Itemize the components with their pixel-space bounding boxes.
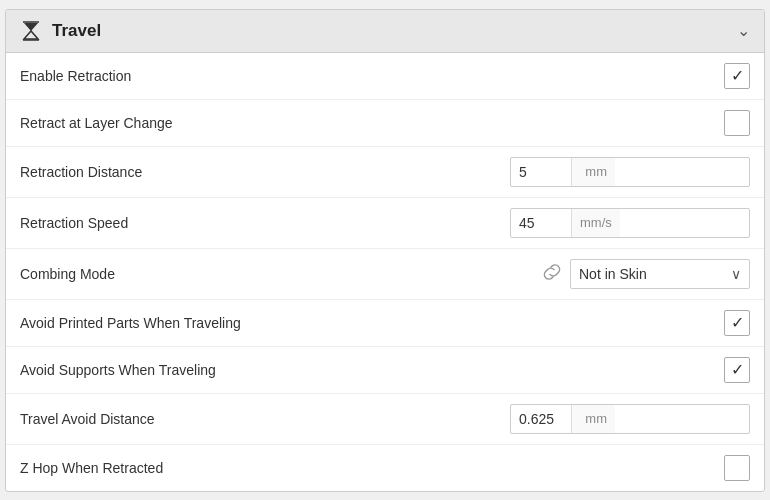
checkmark-enable-retraction: ✓: [731, 68, 744, 84]
label-retraction-distance: Retraction Distance: [20, 164, 142, 180]
label-z-hop-retracted: Z Hop When Retracted: [20, 460, 163, 476]
panel-header[interactable]: Travel ⌄: [6, 10, 764, 53]
input-value-travel-avoid-distance: 0.625: [511, 411, 571, 427]
control-travel-avoid-distance[interactable]: 0.625mm: [510, 404, 750, 434]
label-travel-avoid-distance: Travel Avoid Distance: [20, 411, 155, 427]
panel-title: Travel: [52, 21, 101, 41]
svg-marker-0: [24, 23, 38, 31]
link-icon-combing-mode[interactable]: [542, 262, 562, 286]
row-combing-mode: Combing Mode Not in Skin∨: [6, 249, 764, 300]
row-enable-retraction: Enable Retraction✓: [6, 53, 764, 100]
row-retraction-distance: Retraction Distance5mm: [6, 147, 764, 198]
label-combing-mode: Combing Mode: [20, 266, 115, 282]
checkmark-avoid-supports: ✓: [731, 362, 744, 378]
control-retract-layer-change[interactable]: [724, 110, 750, 136]
label-retract-layer-change: Retract at Layer Change: [20, 115, 173, 131]
row-avoid-supports: Avoid Supports When Traveling✓: [6, 347, 764, 394]
label-avoid-printed-parts: Avoid Printed Parts When Traveling: [20, 315, 241, 331]
select-chevron-combing-mode: ∨: [731, 266, 741, 282]
label-retraction-speed: Retraction Speed: [20, 215, 128, 231]
collapse-icon[interactable]: ⌄: [737, 21, 750, 40]
travel-icon: [20, 20, 42, 42]
input-unit-travel-avoid-distance: mm: [571, 405, 615, 433]
input-field-travel-avoid-distance[interactable]: 0.625mm: [510, 404, 750, 434]
row-travel-avoid-distance: Travel Avoid Distance0.625mm: [6, 394, 764, 445]
select-value-combing-mode: Not in Skin: [579, 266, 647, 282]
label-enable-retraction: Enable Retraction: [20, 68, 131, 84]
input-value-retraction-speed: 45: [511, 215, 571, 231]
label-avoid-supports: Avoid Supports When Traveling: [20, 362, 216, 378]
checkbox-z-hop-retracted[interactable]: [724, 455, 750, 481]
control-avoid-supports[interactable]: ✓: [724, 357, 750, 383]
input-field-retraction-distance[interactable]: 5mm: [510, 157, 750, 187]
svg-marker-1: [24, 31, 38, 39]
input-field-retraction-speed[interactable]: 45mm/s: [510, 208, 750, 238]
checkbox-enable-retraction[interactable]: ✓: [724, 63, 750, 89]
input-unit-retraction-speed: mm/s: [571, 209, 620, 237]
input-value-retraction-distance: 5: [511, 164, 571, 180]
row-retract-layer-change: Retract at Layer Change: [6, 100, 764, 147]
control-retraction-speed[interactable]: 45mm/s: [510, 208, 750, 238]
panel-header-left: Travel: [20, 20, 101, 42]
input-unit-retraction-distance: mm: [571, 158, 615, 186]
select-combing-mode[interactable]: Not in Skin∨: [570, 259, 750, 289]
checkbox-retract-layer-change[interactable]: [724, 110, 750, 136]
row-retraction-speed: Retraction Speed45mm/s: [6, 198, 764, 249]
control-enable-retraction[interactable]: ✓: [724, 63, 750, 89]
control-retraction-distance[interactable]: 5mm: [510, 157, 750, 187]
row-z-hop-retracted: Z Hop When Retracted: [6, 445, 764, 491]
travel-panel: Travel ⌄ Enable Retraction✓Retract at La…: [5, 9, 765, 492]
checkbox-avoid-printed-parts[interactable]: ✓: [724, 310, 750, 336]
row-avoid-printed-parts: Avoid Printed Parts When Traveling✓: [6, 300, 764, 347]
control-combing-mode[interactable]: Not in Skin∨: [542, 259, 750, 289]
control-avoid-printed-parts[interactable]: ✓: [724, 310, 750, 336]
checkbox-avoid-supports[interactable]: ✓: [724, 357, 750, 383]
checkmark-avoid-printed-parts: ✓: [731, 315, 744, 331]
rows-container: Enable Retraction✓Retract at Layer Chang…: [6, 53, 764, 491]
control-z-hop-retracted[interactable]: [724, 455, 750, 481]
